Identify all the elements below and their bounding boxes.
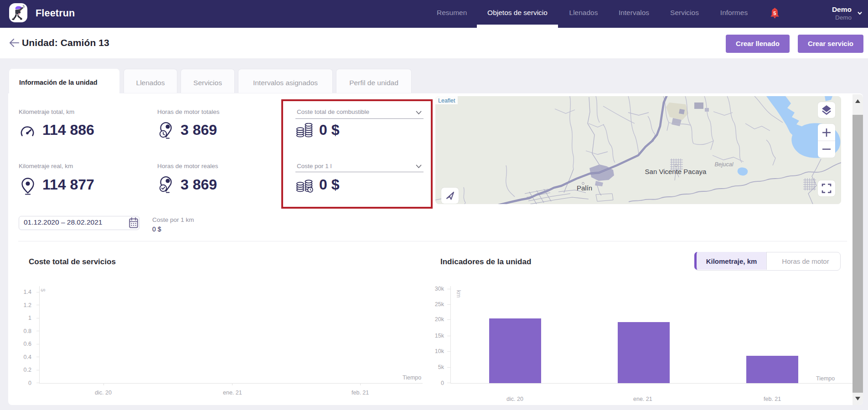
svg-text:Leaflet: Leaflet (438, 97, 455, 104)
svg-text:Bejucal: Bejucal (715, 161, 734, 168)
svg-text:Palín: Palín (577, 184, 592, 192)
svg-text:San Vicente Pacaya: San Vicente Pacaya (645, 168, 707, 175)
svg-text:5: 5 (773, 10, 776, 16)
